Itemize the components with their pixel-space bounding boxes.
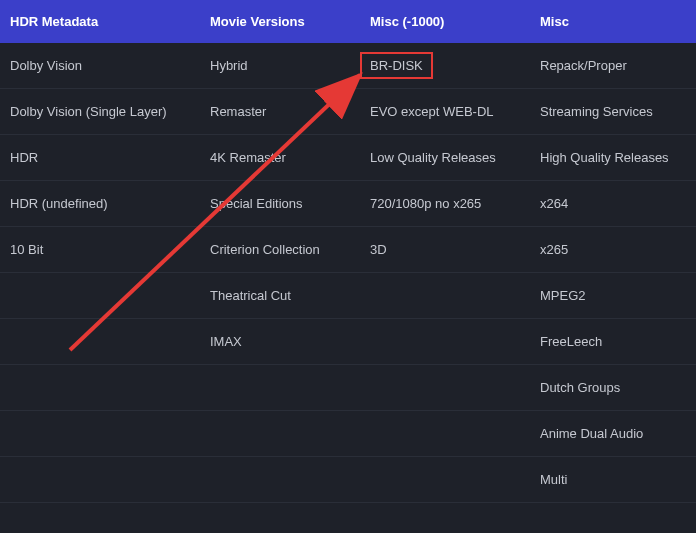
table-cell[interactable]: Low Quality Releases xyxy=(360,135,530,181)
table-cell[interactable]: Hybrid xyxy=(200,43,360,89)
table-cell[interactable]: 4K Remaster xyxy=(200,135,360,181)
cell-label: FreeLeech xyxy=(540,334,602,349)
table-cell[interactable]: Dolby Vision xyxy=(0,43,200,89)
table-cell[interactable]: Remaster xyxy=(200,89,360,135)
table-cell[interactable]: FreeLeech xyxy=(530,319,696,365)
cell-label: x264 xyxy=(540,196,568,211)
table-cell[interactable]: HDR (undefined) xyxy=(0,181,200,227)
table-cell xyxy=(0,319,200,365)
table-row: Dutch Groups xyxy=(0,365,696,411)
cell-label: 3D xyxy=(370,242,387,257)
table-cell[interactable]: x264 xyxy=(530,181,696,227)
cell-label: MPEG2 xyxy=(540,288,586,303)
cell-label: Low Quality Releases xyxy=(370,150,496,165)
table-row: Dolby Vision (Single Layer)RemasterEVO e… xyxy=(0,89,696,135)
cell-label: Special Editions xyxy=(210,196,303,211)
table-cell xyxy=(200,457,360,503)
cell-label: Dutch Groups xyxy=(540,380,620,395)
cell-label: IMAX xyxy=(210,334,242,349)
table-cell[interactable]: 3D xyxy=(360,227,530,273)
table-cell[interactable]: 10 Bit xyxy=(0,227,200,273)
table-cell[interactable]: 720/1080p no x265 xyxy=(360,181,530,227)
cell-label: Remaster xyxy=(210,104,266,119)
table-cell[interactable]: High Quality Releases xyxy=(530,135,696,181)
table-cell[interactable]: BR-DISK xyxy=(360,43,530,89)
table-cell xyxy=(360,365,530,411)
table-cell[interactable]: HDR xyxy=(0,135,200,181)
cell-label: x265 xyxy=(540,242,568,257)
table-cell xyxy=(0,411,200,457)
cell-label: HDR xyxy=(10,150,38,165)
header-hdr-metadata[interactable]: HDR Metadata xyxy=(0,0,200,43)
table-cell[interactable]: MPEG2 xyxy=(530,273,696,319)
cell-label: 10 Bit xyxy=(10,242,43,257)
table-cell[interactable]: Repack/Proper xyxy=(530,43,696,89)
table-cell[interactable]: Special Editions xyxy=(200,181,360,227)
header-misc-1000[interactable]: Misc (-1000) xyxy=(360,0,530,43)
table-cell[interactable]: Dolby Vision (Single Layer) xyxy=(0,89,200,135)
table-cell[interactable]: Dutch Groups xyxy=(530,365,696,411)
cell-label: Criterion Collection xyxy=(210,242,320,257)
cell-label: Streaming Services xyxy=(540,104,653,119)
table-cell[interactable]: Anime Dual Audio xyxy=(530,411,696,457)
table-row: 10 BitCriterion Collection3Dx265 xyxy=(0,227,696,273)
table-cell xyxy=(200,365,360,411)
table-cell xyxy=(360,273,530,319)
table-row: HDR (undefined)Special Editions720/1080p… xyxy=(0,181,696,227)
cell-label: BR-DISK xyxy=(370,58,423,73)
table-cell[interactable]: Criterion Collection xyxy=(200,227,360,273)
custom-formats-table: HDR Metadata Movie Versions Misc (-1000)… xyxy=(0,0,696,503)
header-movie-versions[interactable]: Movie Versions xyxy=(200,0,360,43)
table-row: Theatrical CutMPEG2 xyxy=(0,273,696,319)
cell-label: EVO except WEB-DL xyxy=(370,104,494,119)
table-row: Dolby VisionHybridBR-DISKRepack/Proper xyxy=(0,43,696,89)
highlight-box: BR-DISK xyxy=(360,52,433,79)
cell-label: Multi xyxy=(540,472,567,487)
table-cell xyxy=(0,273,200,319)
cell-label: HDR (undefined) xyxy=(10,196,108,211)
table-row: Multi xyxy=(0,457,696,503)
cell-label: Anime Dual Audio xyxy=(540,426,643,441)
table-cell[interactable]: Multi xyxy=(530,457,696,503)
cell-label: 4K Remaster xyxy=(210,150,286,165)
table-row: Anime Dual Audio xyxy=(0,411,696,457)
cell-label: Dolby Vision xyxy=(10,58,82,73)
table-row: IMAXFreeLeech xyxy=(0,319,696,365)
table-row: HDR4K RemasterLow Quality ReleasesHigh Q… xyxy=(0,135,696,181)
table-cell[interactable]: Theatrical Cut xyxy=(200,273,360,319)
table-cell[interactable]: IMAX xyxy=(200,319,360,365)
table-cell xyxy=(0,457,200,503)
table-cell[interactable]: Streaming Services xyxy=(530,89,696,135)
cell-label: Theatrical Cut xyxy=(210,288,291,303)
cell-label: Dolby Vision (Single Layer) xyxy=(10,104,167,119)
cell-label: Hybrid xyxy=(210,58,248,73)
table-cell xyxy=(0,365,200,411)
table-cell xyxy=(200,411,360,457)
cell-label: 720/1080p no x265 xyxy=(370,196,481,211)
table-cell[interactable]: EVO except WEB-DL xyxy=(360,89,530,135)
table-cell[interactable]: x265 xyxy=(530,227,696,273)
cell-label: High Quality Releases xyxy=(540,150,669,165)
table-cell xyxy=(360,411,530,457)
cell-label: Repack/Proper xyxy=(540,58,627,73)
table-cell xyxy=(360,319,530,365)
table-header-row: HDR Metadata Movie Versions Misc (-1000)… xyxy=(0,0,696,43)
table-cell xyxy=(360,457,530,503)
header-misc[interactable]: Misc xyxy=(530,0,696,43)
